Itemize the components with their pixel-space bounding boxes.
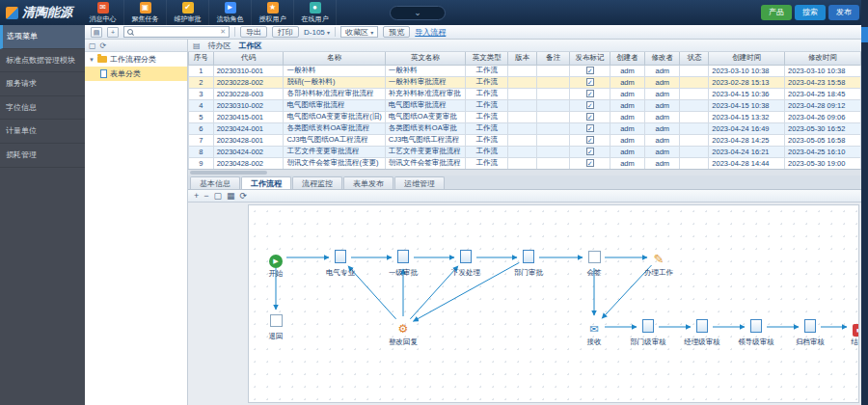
refresh-icon[interactable]: ⟳ [100, 40, 107, 51]
nav-item-2[interactable]: ✔ 维护审批 [167, 0, 209, 25]
nav-item-1[interactable]: ▣ 聚焦任务 [124, 0, 167, 25]
column-header[interactable]: 英文名称 [385, 52, 465, 65]
cell [680, 146, 709, 157]
export-button[interactable]: 导出 [240, 26, 267, 38]
scrollbar-thumb[interactable] [190, 171, 267, 175]
publish-checkbox[interactable]: ✓ [586, 136, 594, 144]
tab-3[interactable]: 表单发布 [343, 176, 393, 189]
table-row[interactable]: 120230310-001一般补料一般补料工作流✓admadm2023-03-1… [189, 65, 861, 76]
tab-2[interactable]: 流程监控 [292, 176, 342, 189]
tab-0[interactable]: 基本信息 [190, 176, 240, 189]
sidebar-item-0[interactable]: 选项菜单 [0, 25, 85, 49]
table-row[interactable]: 320230228-003各部补料标准流程审批流程补充补料标准流程审批工作流✓a… [189, 88, 861, 99]
zoom-out-icon[interactable]: − [203, 191, 208, 202]
publish-checkbox[interactable]: ✓ [586, 67, 594, 74]
new-folder-icon[interactable]: ▢ [89, 40, 96, 51]
publish-checkbox[interactable]: ✓ [586, 124, 594, 132]
top-button-1[interactable]: 搜索 [795, 5, 826, 20]
wf-node-back[interactable]: 退回 [248, 313, 307, 341]
wf-node-a2[interactable]: 经理级审核 [671, 319, 733, 347]
sidebar-item-5[interactable]: 损耗管理 [0, 144, 85, 168]
column-header[interactable]: 序号 [189, 52, 214, 65]
tree-root-node[interactable]: ▼ 工作流程分类 [85, 52, 187, 67]
cell: 2023-05-30 19:00 [785, 157, 861, 169]
wf-node-a1[interactable]: 部门级审核 [617, 319, 679, 347]
nav-item-4[interactable]: ★ 授权用户 [252, 0, 294, 25]
table-row[interactable]: 420230310-002电气图纸审批流程电气图纸审批流程工作流✓admadm2… [189, 99, 861, 111]
nav-item-5[interactable]: ● 在线用户 [294, 0, 337, 25]
horizontal-scrollbar[interactable] [188, 170, 861, 176]
zone-tab-work[interactable]: 工作区 [239, 40, 262, 51]
search-input[interactable] [136, 27, 217, 37]
top-button-2[interactable]: 发布 [828, 5, 859, 20]
tab-1[interactable]: 工作流程 [241, 176, 291, 189]
zone-tab-todo[interactable]: 待办区 [208, 40, 231, 51]
wf-node-start[interactable]: ▶ 开始 [248, 250, 307, 279]
sidebar-item-2[interactable]: 服务请求 [0, 72, 85, 96]
workflow-edges [249, 205, 858, 402]
nav-item-0[interactable]: ✉ 消息中心 [82, 0, 124, 25]
table-row[interactable]: 720230428-001CJ3电气图纸OA工程流程CJ3电气图纸工程流程工作流… [189, 134, 861, 146]
publish-checkbox[interactable]: ✓ [586, 78, 594, 86]
column-header[interactable]: 创建时间 [709, 52, 785, 65]
cell [537, 146, 570, 157]
add-icon[interactable]: + [107, 27, 119, 38]
sidebar-item-3[interactable]: 字位信息 [0, 96, 85, 121]
column-header[interactable]: 发布标记 [570, 52, 610, 65]
print-button[interactable]: 打印 [272, 26, 299, 38]
cell: 2023-04-24 16:49 [709, 122, 785, 134]
fit-icon[interactable]: ▢ [214, 191, 223, 202]
publish-checkbox[interactable]: ✓ [586, 159, 594, 167]
table-row[interactable]: 920230428-002朝讯文件会签审批流程(变更)朝讯文件会签审批流程工作流… [189, 157, 861, 169]
wf-node-disp[interactable]: 下发处理 [435, 250, 497, 278]
menu-icon[interactable]: ▤ [91, 27, 102, 38]
tab-4[interactable]: 运维管理 [394, 176, 445, 189]
column-header[interactable]: 英文类型 [466, 52, 508, 65]
workspace-dropdown[interactable]: ⌄ [390, 6, 446, 20]
publish-checkbox[interactable]: ✓ [586, 113, 594, 121]
column-header[interactable]: 名称 [284, 52, 385, 65]
grid-icon[interactable]: ▦ [227, 191, 235, 202]
top-button-0[interactable]: 产品 [761, 5, 792, 20]
nav-item-3[interactable]: ► 流动角色 [209, 0, 252, 25]
table-row[interactable]: 520230415-001电气图纸OA变更审批流程(旧)电气图纸OA变更审批工作… [189, 111, 861, 122]
column-header[interactable]: 状态 [680, 52, 709, 65]
preview-button[interactable]: 预览 [383, 26, 410, 38]
publish-checkbox[interactable]: ✓ [586, 101, 594, 109]
cell: 朝讯文件会签审批流程(变更) [284, 157, 385, 169]
column-header[interactable]: 创建者 [610, 52, 644, 65]
view-select[interactable]: 收藏区 ▾ [340, 26, 378, 38]
cell: 9 [189, 157, 214, 169]
wf-node-rework[interactable]: ⚙ 整改回复 [372, 319, 434, 347]
refresh-icon[interactable]: ⟳ [240, 191, 248, 202]
publish-checkbox[interactable]: ✓ [586, 148, 594, 155]
wf-node-dept[interactable]: 部门审批 [498, 250, 559, 278]
zoom-in-icon[interactable]: + [194, 191, 199, 202]
wf-node-end[interactable]: ■ 结束 [827, 319, 859, 347]
table-row[interactable]: 220230228-002脱硝(一般补料)一般补料审批流程工作流✓admadm2… [189, 76, 861, 88]
column-header[interactable]: 备注 [537, 52, 570, 65]
publish-checkbox[interactable]: ✓ [586, 90, 594, 97]
column-header[interactable]: 代码 [213, 52, 284, 65]
sidebar-item-4[interactable]: 计量单位 [0, 120, 85, 144]
sidebar-item-1[interactable]: 标准点数据管理模块 [0, 49, 85, 73]
column-header[interactable]: 版本 [508, 52, 537, 65]
wf-node-lv1[interactable]: 一级审批 [372, 250, 434, 278]
expand-icon[interactable]: ▼ [89, 57, 95, 63]
table-row[interactable]: 620230424-001各类图纸资料OA审批流程各类图纸资料OA审批工作流✓a… [189, 122, 861, 134]
code-label[interactable]: D-105 ▾ [304, 28, 330, 37]
rail-button[interactable] [861, 27, 868, 42]
workflow-canvas[interactable]: ▶ 开始 电气专业 一级审批 下发处理 部门审批 会签 ✎ 办理工作 退回 ⚙ … [248, 204, 859, 403]
wf-node-recv[interactable]: ✉ 接收 [563, 319, 625, 347]
cell: 工作流 [466, 157, 508, 169]
wf-node-elec[interactable]: 电气专业 [310, 250, 371, 278]
import-flow-link[interactable]: 导入流程 [415, 27, 446, 38]
table-row[interactable]: 820230424-002工艺文件变更审批流程工艺文件变更审批流程工作流✓adm… [189, 146, 861, 157]
clear-search-icon[interactable]: ✕ [220, 28, 226, 36]
column-header[interactable]: 修改者 [645, 52, 680, 65]
wf-node-work[interactable]: ✎ 办理工作 [628, 250, 690, 278]
column-header[interactable]: 修改时间 [785, 52, 861, 65]
wf-node-sign[interactable]: 会签 [563, 250, 625, 278]
tree-child-node[interactable]: 表单分类 [85, 67, 187, 81]
wf-node-a3[interactable]: 领导级审核 [725, 319, 787, 347]
